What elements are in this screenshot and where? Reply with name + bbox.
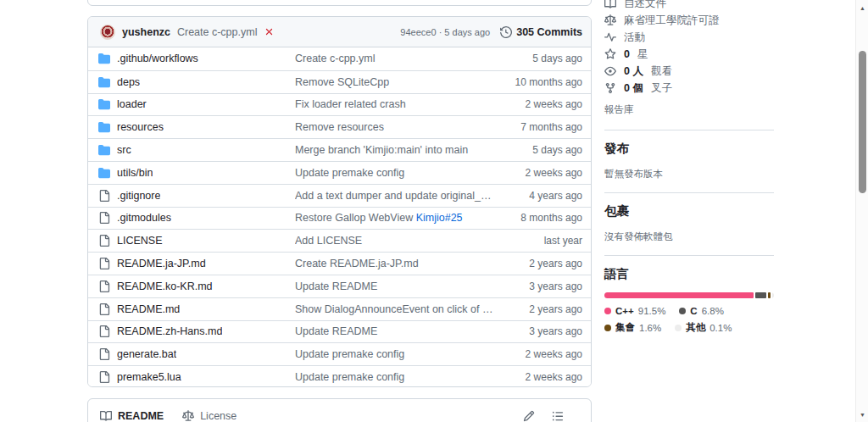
file-name-link[interactable]: loader (117, 98, 147, 110)
readme-section-header: README License (87, 398, 592, 422)
table-row: README.zh-Hans.md Update README 3 years … (88, 320, 591, 343)
language-legend-item[interactable]: C++91.5% (604, 306, 665, 316)
file-name-link[interactable]: resources (117, 121, 164, 133)
table-row: loader Fix loader related crash 2 weeks … (88, 93, 591, 116)
commit-message-link[interactable]: Update premake config (295, 371, 504, 383)
file-name-link[interactable]: generate.bat (117, 348, 176, 360)
issue-link[interactable]: Kimjio#25 (416, 212, 463, 224)
commit-message-link[interactable]: Create README.ja-JP.md (295, 258, 504, 269)
language-bar (604, 292, 774, 298)
tab-readme[interactable]: README (100, 407, 164, 422)
language-legend: C++91.5%C6.8%集會1.6%其他0.1% (604, 306, 782, 334)
file-name-link[interactable]: .gitmodules (117, 212, 171, 224)
commit-age: 2 weeks ago (504, 371, 582, 383)
file-name-link[interactable]: README.ja-JP.md (117, 258, 206, 269)
file-name-link[interactable]: src (117, 144, 131, 156)
commit-author[interactable]: yushenzc (122, 26, 170, 38)
sidebar-item-eye[interactable]: 0 人觀看 (604, 63, 774, 80)
sidebar-item-fork[interactable]: 0 個叉子 (604, 80, 774, 97)
commit-age: 4 years ago (504, 190, 582, 202)
label: 觀看 (651, 64, 672, 79)
commit-age: 3 years ago (504, 325, 582, 337)
language-legend-item[interactable]: C6.8% (679, 306, 724, 316)
count: 0 個 (624, 81, 643, 96)
commit-message-link[interactable]: Create c-cpp.yml (295, 53, 504, 64)
file-name-link[interactable]: utils/bin (117, 167, 153, 179)
file-name-link[interactable]: LICENSE (117, 235, 163, 247)
file-name-link[interactable]: README.ko-KR.md (117, 280, 213, 292)
table-row: .github/workflows Create c-cpp.yml 5 day… (88, 47, 591, 70)
commit-message-link[interactable]: Restore Gallop WebView Kimjio#25 (295, 212, 504, 224)
commit-message-link[interactable]: Update README (295, 280, 504, 292)
eye-icon (604, 65, 616, 77)
commit-message-link[interactable]: Remove SQLiteCpp (295, 76, 504, 88)
book-icon (604, 0, 616, 9)
label: 麻省理工學院許可證 (624, 14, 720, 28)
commit-message-link[interactable]: Update premake config (295, 167, 504, 179)
sidebar-item-law[interactable]: 麻省理工學院許可證 (604, 12, 774, 29)
file-icon (98, 190, 110, 202)
label: 星 (637, 47, 648, 62)
folder-icon (98, 144, 110, 156)
status-failed-x-icon[interactable] (264, 26, 275, 37)
tab-license[interactable]: License (182, 407, 236, 422)
commit-sha-time: 94eece0 · 5 days ago (400, 27, 490, 37)
language-bar-segment (768, 292, 771, 298)
avatar[interactable] (100, 25, 115, 40)
file-name-link[interactable]: README.md (117, 303, 180, 315)
commit-message-link[interactable]: Create c-cpp.yml (177, 26, 257, 38)
file-name-link[interactable]: README.zh-Hans.md (117, 325, 222, 337)
commit-message-link[interactable]: Update README (295, 325, 504, 337)
history-icon (500, 26, 512, 38)
commit-age: 2 weeks ago (504, 98, 582, 110)
file-icon (98, 212, 110, 224)
commit-message-link[interactable]: Add LICENSE (295, 235, 504, 247)
scrollbar-thumb[interactable] (859, 51, 866, 193)
commit-message-link[interactable]: Show DialogAnnounceEvent on click of sto… (295, 303, 504, 315)
language-legend-item[interactable]: 其他0.1% (675, 321, 732, 334)
language-bar-segment (604, 292, 754, 298)
commit-message-link[interactable]: Add a text dumper and update original_da… (295, 190, 504, 202)
commits-count-link[interactable]: 305 Commits (500, 26, 582, 38)
scroll-up-arrow-icon[interactable]: ▲ (856, 2, 868, 14)
folder-icon (98, 121, 110, 133)
divider (604, 255, 774, 256)
folder-icon (98, 76, 110, 88)
sidebar-item-pulse[interactable]: 活動 (604, 29, 774, 46)
language-bar-segment (755, 292, 766, 298)
divider (604, 192, 774, 193)
report-repository-link[interactable]: 報告庫 (604, 103, 774, 116)
file-icon (98, 371, 110, 383)
language-dot-icon (675, 325, 682, 331)
commit-message-link[interactable]: Update premake config (295, 348, 504, 360)
commit-age: 2 weeks ago (504, 348, 582, 360)
commit-message-link[interactable]: Remove resources (295, 121, 504, 133)
sidebar-item-book[interactable]: 自述文件 (604, 0, 774, 12)
file-name-link[interactable]: deps (117, 76, 140, 88)
file-name-link[interactable]: .gitignore (117, 190, 160, 202)
table-row: README.ja-JP.md Create README.ja-JP.md 2… (88, 252, 591, 275)
table-row: src Merge branch 'Kimjio:main' into main… (88, 138, 591, 161)
commit-age: 3 years ago (504, 280, 582, 292)
file-table-body: .github/workflows Create c-cpp.yml 5 day… (88, 47, 591, 387)
outline-list-icon[interactable] (552, 410, 564, 422)
scroll-down-arrow-icon[interactable]: ▼ (856, 408, 868, 420)
scrollbar-track[interactable]: ▲ ▼ (855, 0, 868, 422)
language-dot-icon (679, 308, 686, 314)
file-icon (98, 303, 110, 315)
file-name-link[interactable]: premake5.lua (117, 371, 181, 383)
file-name-link[interactable]: .github/workflows (117, 53, 198, 64)
language-legend-item[interactable]: 集會1.6% (604, 321, 661, 334)
releases-heading[interactable]: 發布 (604, 141, 774, 157)
star-icon (604, 48, 616, 60)
packages-heading[interactable]: 包裹 (604, 203, 774, 219)
sidebar-item-star[interactable]: 0星 (604, 46, 774, 63)
commit-message-link[interactable]: Fix loader related crash (295, 98, 504, 110)
language-name: 其他 (686, 321, 705, 334)
language-pct: 1.6% (639, 323, 661, 333)
edit-pencil-icon[interactable] (523, 410, 535, 422)
table-row: deps Remove SQLiteCpp 10 months ago (88, 70, 591, 93)
commit-sha[interactable]: 94eece0 (400, 27, 436, 37)
commit-message-link[interactable]: Merge branch 'Kimjio:main' into main (295, 144, 504, 156)
file-nav-bottom-edge (87, 0, 592, 6)
